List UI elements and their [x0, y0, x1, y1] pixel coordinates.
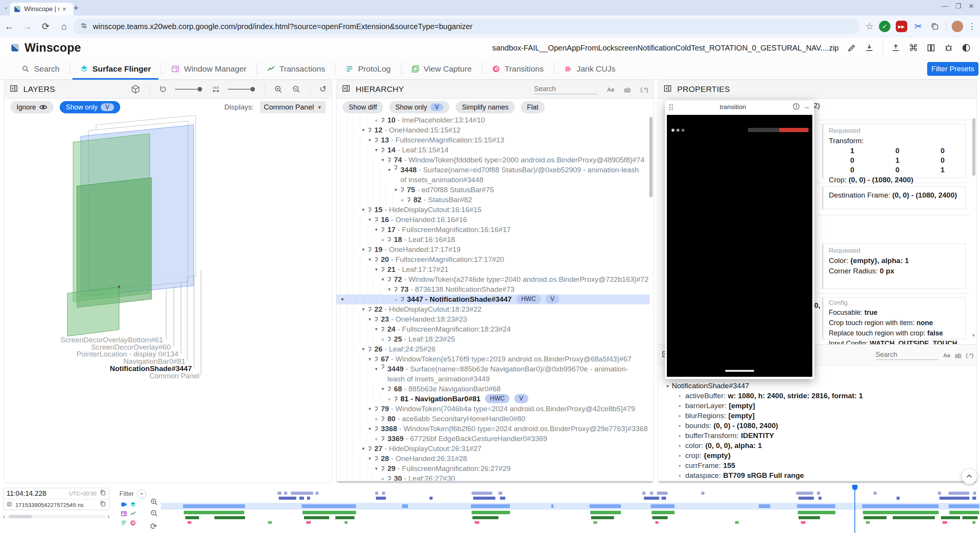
hierarchy-node[interactable]: ▾68 - 885b63e NavigationBar0#68 — [336, 384, 650, 394]
timeline-bar-transitions-secondary[interactable] — [315, 492, 318, 495]
displays-select[interactable]: Common Panel ▼ — [260, 101, 326, 113]
match-case-icon[interactable]: Aa — [943, 352, 950, 358]
expand-arrow[interactable]: ▾ — [373, 464, 380, 474]
hierarchy-node[interactable]: 80 - ace6abb SecondaryHomeHandle0#80 — [336, 414, 650, 424]
property-row[interactable]: blurRegions:[empty] — [679, 411, 973, 421]
timeline-bar-transitions-secondary[interactable] — [817, 492, 820, 495]
timeline-bar-surface-flinger[interactable] — [402, 504, 408, 508]
expand-arrow[interactable]: ▾ — [360, 125, 367, 135]
hierarchy-node[interactable]: ▾19 - OneHanded:17:17#19 — [336, 245, 650, 255]
timeline-bar-protolog[interactable] — [799, 516, 820, 519]
timeline-bar-transitions-secondary[interactable] — [657, 492, 668, 495]
expand-arrow[interactable]: ▾ — [360, 344, 367, 354]
simplify-names-chip[interactable]: Simplify names — [456, 101, 514, 113]
hierarchy-node[interactable]: ▾75 - ed70f88 StatusBar#75 — [336, 185, 650, 195]
documentation-icon[interactable] — [926, 43, 936, 52]
new-tab-button[interactable]: + — [74, 3, 78, 13]
dark-mode-icon[interactable] — [962, 43, 971, 52]
hierarchy-node[interactable]: 18 - Leaf:16:16#18 — [336, 235, 650, 245]
zoom-out-ic[interactable] — [292, 85, 301, 94]
show-only-v-chip[interactable]: Show only V — [389, 101, 450, 113]
expand-arrow[interactable]: ▾ — [366, 255, 373, 265]
timeline-bar-transitions[interactable] — [473, 497, 495, 500]
timeline-bar-surface-flinger[interactable] — [590, 504, 621, 508]
extensions-puzzle-icon[interactable] — [929, 21, 941, 32]
timeline-bar-window-manager[interactable] — [863, 511, 939, 514]
3d-view-icon[interactable] — [131, 85, 140, 94]
scroll-right-icon[interactable]: › — [108, 513, 109, 520]
expand-arrow[interactable]: ▾ — [360, 245, 367, 255]
timeline-bar-transitions[interactable] — [307, 497, 310, 500]
browser-tab[interactable]: Winscope | sandbox-FAIL ✕ — [10, 3, 74, 15]
timeline-bar-transitions-secondary[interactable] — [949, 492, 969, 495]
timeline-zoom-in-icon[interactable] — [150, 498, 158, 508]
timeline-bar-jank-viewcapture[interactable] — [188, 521, 191, 524]
expand-arrow[interactable]: ▾ — [373, 265, 380, 275]
expand-arrow[interactable]: ▾ — [366, 454, 373, 464]
timeline-bar-transitions[interactable] — [939, 497, 969, 500]
nav-tab-transitions[interactable]: Transitions — [482, 58, 554, 80]
timeline-bar-transitions-secondary[interactable] — [498, 492, 502, 495]
timeline-cursor[interactable] — [854, 486, 855, 533]
window-minimize-button[interactable]: — — [939, 2, 952, 10]
expand-arrow[interactable]: ▾ — [366, 404, 373, 414]
hierarchy-node[interactable]: ▾20 - FullscreenMagnification:17:17#20 — [336, 255, 650, 265]
hierarchy-node[interactable]: ▾24 - FullscreenMagnification:18:23#24 — [336, 324, 650, 334]
timeline-bar-protolog[interactable] — [185, 516, 199, 519]
expand-timeline-button[interactable] — [962, 469, 977, 484]
hierarchy-node[interactable]: ▾12 - OneHanded:15:15#12 — [336, 125, 650, 135]
expand-arrow[interactable]: ▾ — [373, 145, 380, 155]
hierarchy-node[interactable]: 3369 - 67726bf EdgeBackGestureHandler0#3… — [336, 434, 650, 444]
timeline-bar-transitions-secondary[interactable] — [278, 492, 281, 495]
tab-search-chevron-icon[interactable]: ⌄ — [4, 4, 8, 10]
timeline-bar-transitions-secondary[interactable] — [291, 492, 313, 495]
flat-chip[interactable]: Flat — [521, 101, 545, 113]
transition-preview-window[interactable]: transition – — [665, 100, 814, 379]
timeline-bar-window-manager[interactable] — [798, 511, 835, 514]
spacing-slider[interactable] — [228, 89, 253, 90]
property-row[interactable]: bufferTransform:IDENTITY — [679, 431, 973, 441]
regex-icon[interactable]: (.*) — [640, 86, 648, 93]
home-button[interactable]: ⌂ — [55, 21, 73, 32]
timeline-bar-surface-flinger[interactable] — [183, 504, 245, 508]
extension-icon-red[interactable]: ▸▸ — [896, 21, 907, 32]
timeline-bar-surface-flinger[interactable] — [651, 504, 675, 508]
timeline-bar-surface-flinger[interactable] — [949, 504, 979, 508]
hierarchy-node[interactable]: ▾27 - HideDisplayCutout:26:31#27 — [336, 444, 650, 454]
timeline-bar-surface-flinger[interactable] — [302, 504, 356, 508]
expand-arrow[interactable]: ▾ — [366, 314, 373, 324]
collapse-panel-icon[interactable] — [342, 84, 350, 94]
timeline-bar-transitions-secondary[interactable] — [973, 492, 976, 495]
match-case-icon[interactable]: Aa — [607, 86, 614, 93]
minimize-icon[interactable]: – — [805, 103, 809, 112]
timeline-bar-transitions[interactable] — [279, 497, 296, 500]
timeline-bar-jank-viewcapture[interactable] — [268, 521, 272, 524]
bookmark-star-icon[interactable]: ☆ — [865, 21, 874, 32]
nav-tab-view-capture[interactable]: View Capture — [401, 58, 482, 80]
address-bar[interactable]: winscope.teams.x20web.corp.google.com/pr… — [73, 19, 859, 34]
nav-tab-protolog[interactable]: ProtoLog — [335, 58, 400, 80]
timeline-bar-window-manager[interactable] — [590, 511, 621, 514]
hierarchy-node[interactable]: ▾73 - 8736138 NotificationShade#73 — [336, 284, 650, 294]
expand-arrow[interactable]: ▾ — [663, 383, 672, 389]
extension-icon-green[interactable]: ✓ — [879, 21, 890, 32]
scroll-left-icon[interactable]: ‹ — [3, 513, 5, 520]
timeline-bar-transitions[interactable] — [972, 497, 976, 500]
timeline-bar-transitions[interactable] — [818, 497, 822, 500]
layers-3d-view[interactable]: ScreenDecorOverlayBottom#61ScreenDecorOv… — [4, 115, 332, 483]
timeline-bar-protolog[interactable] — [214, 516, 245, 519]
info-icon[interactable] — [792, 103, 800, 112]
timeline-bar-jank-viewcapture[interactable] — [655, 521, 658, 524]
hierarchy-node[interactable]: ▾26 - Leaf:24:25#26 — [336, 344, 650, 354]
timeline-bar-protolog[interactable] — [893, 516, 935, 519]
hierarchy-node[interactable]: 82 - StatusBar#82 — [336, 195, 650, 205]
hierarchy-node[interactable]: ▾15 - HideDisplayCutout:16:16#15 — [336, 205, 650, 215]
expand-arrow[interactable]: ▾ — [386, 165, 393, 175]
reset-view-icon[interactable]: ↺ — [320, 84, 327, 94]
timeline-bar-transitions[interactable] — [662, 497, 666, 500]
site-settings-icon[interactable] — [80, 22, 88, 31]
timeline-bar-protolog[interactable] — [941, 516, 960, 519]
timeline-bar-transitions[interactable] — [430, 497, 433, 500]
shortcuts-icon[interactable]: ⌘ — [909, 43, 918, 53]
timeline-bar-surface-flinger[interactable] — [862, 504, 939, 508]
